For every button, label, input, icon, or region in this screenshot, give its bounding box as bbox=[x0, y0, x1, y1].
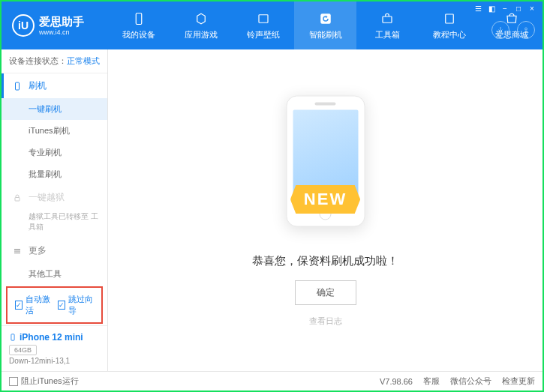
nav-apps[interactable]: 应用游戏 bbox=[170, 1, 233, 49]
brand-url: www.i4.cn bbox=[39, 28, 84, 37]
footer-link-wechat[interactable]: 微信公众号 bbox=[450, 376, 491, 387]
nav-label: 智能刷机 bbox=[309, 29, 342, 40]
svg-rect-4 bbox=[446, 14, 454, 23]
wallpaper-icon bbox=[256, 11, 271, 26]
refresh-icon bbox=[318, 11, 333, 26]
nav-label: 铃声壁纸 bbox=[247, 29, 280, 40]
checkbox-block-itunes[interactable]: 阻止iTunes运行 bbox=[9, 376, 79, 387]
jailbreak-note: 越狱工具已转移至 工具箱 bbox=[29, 211, 100, 232]
device-capacity: 64GB bbox=[9, 345, 37, 355]
header-right-icons bbox=[491, 21, 535, 39]
device-model: Down-12mini-13,1 bbox=[9, 357, 100, 365]
phone-icon bbox=[12, 81, 23, 91]
status-value: 正常模式 bbox=[67, 56, 100, 65]
sidebar-item-batch[interactable]: 批量刷机 bbox=[2, 163, 107, 185]
checkbox-label: 阻止iTunes运行 bbox=[21, 376, 79, 387]
group-label: 刷机 bbox=[29, 79, 47, 92]
group-label: 更多 bbox=[29, 244, 47, 257]
svg-rect-1 bbox=[259, 14, 268, 22]
brand: iU 爱思助手 www.i4.cn bbox=[2, 1, 108, 49]
svg-rect-3 bbox=[383, 16, 392, 22]
brand-title: 爱思助手 bbox=[39, 15, 84, 28]
apps-icon bbox=[194, 11, 209, 26]
device-block[interactable]: iPhone 12 mini 64GB Down-12mini-13,1 bbox=[2, 325, 107, 371]
more-icon bbox=[12, 246, 23, 256]
main-content: NEW 恭喜您，保资料刷机成功啦！ 确定 查看日志 bbox=[108, 49, 542, 371]
checkbox-icon bbox=[9, 377, 18, 386]
checkbox-label: 跳过向导 bbox=[68, 294, 95, 316]
footer-link-update[interactable]: 检查更新 bbox=[502, 376, 535, 387]
header: iU 爱思助手 www.i4.cn 我的设备 应用游戏 铃声壁纸 智能刷机 bbox=[2, 1, 542, 49]
sidebar: 设备连接状态：正常模式 刷机 一键刷机 iTunes刷机 专业刷机 批量刷机 一… bbox=[2, 49, 108, 371]
group-more[interactable]: 更多 bbox=[2, 238, 107, 263]
nav-ringtones[interactable]: 铃声壁纸 bbox=[232, 1, 294, 49]
close-icon[interactable]: × bbox=[526, 3, 538, 13]
phone-icon bbox=[9, 332, 17, 343]
svg-point-5 bbox=[525, 28, 527, 30]
svg-rect-2 bbox=[320, 13, 331, 24]
checkbox-label: 自动激活 bbox=[26, 294, 52, 316]
view-log-link[interactable]: 查看日志 bbox=[309, 316, 342, 327]
device-name: iPhone 12 mini bbox=[9, 332, 100, 343]
svg-rect-7 bbox=[15, 197, 20, 201]
book-icon bbox=[442, 11, 457, 26]
nav-flash[interactable]: 智能刷机 bbox=[294, 1, 356, 49]
sidebar-item-pro[interactable]: 专业刷机 bbox=[2, 142, 107, 163]
sidebar-item-other-tools[interactable]: 其他工具 bbox=[2, 263, 107, 285]
checkbox-icon: ✓ bbox=[58, 301, 65, 310]
group-label: 一键越狱 bbox=[29, 191, 65, 204]
phone-icon bbox=[131, 11, 146, 26]
group-flash[interactable]: 刷机 bbox=[2, 73, 107, 98]
connection-status: 设备连接状态：正常模式 bbox=[2, 49, 107, 73]
nav-my-device[interactable]: 我的设备 bbox=[108, 1, 170, 49]
maximize-icon[interactable]: □ bbox=[512, 3, 524, 13]
sidebar-item-oneclick[interactable]: 一键刷机 bbox=[2, 98, 107, 120]
svg-rect-8 bbox=[11, 334, 14, 340]
minimize-icon[interactable]: − bbox=[499, 3, 511, 13]
status-label: 设备连接状态： bbox=[9, 56, 67, 65]
skin-icon[interactable]: ◧ bbox=[485, 3, 497, 13]
ok-button[interactable]: 确定 bbox=[295, 280, 356, 305]
success-illustration: NEW bbox=[254, 94, 397, 244]
app-window: iU 爱思助手 www.i4.cn 我的设备 应用游戏 铃声壁纸 智能刷机 bbox=[0, 0, 544, 392]
menu-icon[interactable]: ☰ bbox=[472, 3, 484, 13]
user-icon[interactable] bbox=[517, 21, 535, 39]
toolbox-icon bbox=[380, 11, 395, 26]
footer: 阻止iTunes运行 V7.98.66 客服 微信公众号 检查更新 bbox=[2, 371, 542, 391]
nav-toolbox[interactable]: 工具箱 bbox=[356, 1, 419, 49]
nav-label: 我的设备 bbox=[122, 29, 155, 40]
sidebar-item-itunes[interactable]: iTunes刷机 bbox=[2, 120, 107, 142]
nav-label: 工具箱 bbox=[375, 29, 400, 40]
body: 设备连接状态：正常模式 刷机 一键刷机 iTunes刷机 专业刷机 批量刷机 一… bbox=[2, 49, 542, 371]
nav-label: 应用游戏 bbox=[185, 29, 218, 40]
svg-rect-6 bbox=[16, 82, 20, 90]
new-ribbon: NEW bbox=[290, 185, 360, 214]
highlighted-options: ✓自动激活 ✓跳过向导 bbox=[6, 286, 103, 324]
brand-logo-icon: iU bbox=[12, 14, 35, 37]
footer-link-support[interactable]: 客服 bbox=[423, 376, 440, 387]
download-icon[interactable] bbox=[491, 21, 509, 39]
checkbox-icon: ✓ bbox=[15, 301, 23, 310]
success-message: 恭喜您，保资料刷机成功啦！ bbox=[252, 254, 398, 268]
version-label: V7.98.66 bbox=[380, 377, 413, 386]
lock-icon bbox=[12, 193, 23, 203]
window-controls: ☰ ◧ − □ × bbox=[467, 1, 542, 15]
nav-label: 教程中心 bbox=[433, 29, 466, 40]
svg-rect-0 bbox=[137, 13, 143, 24]
checkbox-skip-guide[interactable]: ✓跳过向导 bbox=[58, 294, 95, 316]
checkbox-auto-activate[interactable]: ✓自动激活 bbox=[15, 294, 52, 316]
group-jailbreak: 一键越狱 bbox=[2, 185, 107, 210]
